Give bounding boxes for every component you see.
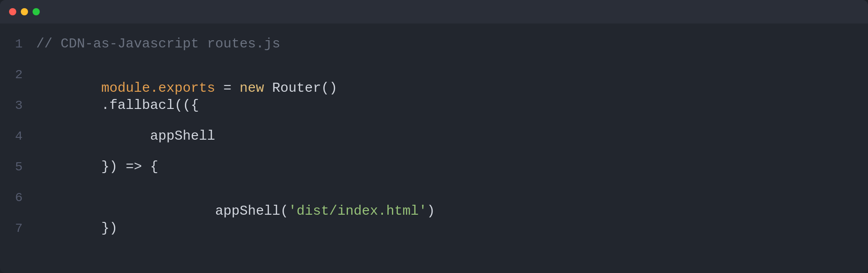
line-number-2: 2 [9,68,36,82]
line-number-3: 3 [9,99,36,113]
line-number-6: 6 [9,191,36,205]
line-number-5: 5 [9,160,36,174]
titlebar [0,0,868,24]
code-token-router: Router() [264,80,337,96]
line-number-7: 7 [9,221,36,235]
code-line-7: 7 }) [0,221,868,252]
code-token-appshell-call: appShell( [101,203,288,219]
line-content-4: appShell [36,129,215,143]
code-area: 1 // CDN-as-Javascript routes.js 2 modul… [0,24,868,273]
code-token-close-paren: ) [427,203,435,219]
code-line-3: 3 .fallbacl(({ [0,99,868,129]
code-window: 1 // CDN-as-Javascript routes.js 2 modul… [0,0,868,273]
line-content-3: .fallbacl(({ [36,99,199,112]
line-content-1: // CDN-as-Javascript routes.js [36,37,280,51]
code-line-4: 4 appShell [0,129,868,160]
line-number-1: 1 [9,37,36,51]
minimize-button[interactable] [21,8,28,15]
code-line-5: 5 }) => { [0,160,868,191]
line-content-5: }) => { [36,160,158,174]
code-line-2: 2 module.exports = new Router() [0,68,868,99]
code-token-equals: = [215,80,240,96]
code-token-module-exports: module.exports [101,80,215,96]
close-button[interactable] [9,8,16,15]
maximize-button[interactable] [33,8,40,15]
code-line-6: 6 appShell('dist/index.html') [0,191,868,221]
line-content-7: }) [36,221,118,235]
code-line-1: 1 // CDN-as-Javascript routes.js [0,37,868,68]
line-number-4: 4 [9,129,36,143]
code-token-string-path: 'dist/index.html' [288,203,427,219]
code-token-new: new [240,80,264,96]
